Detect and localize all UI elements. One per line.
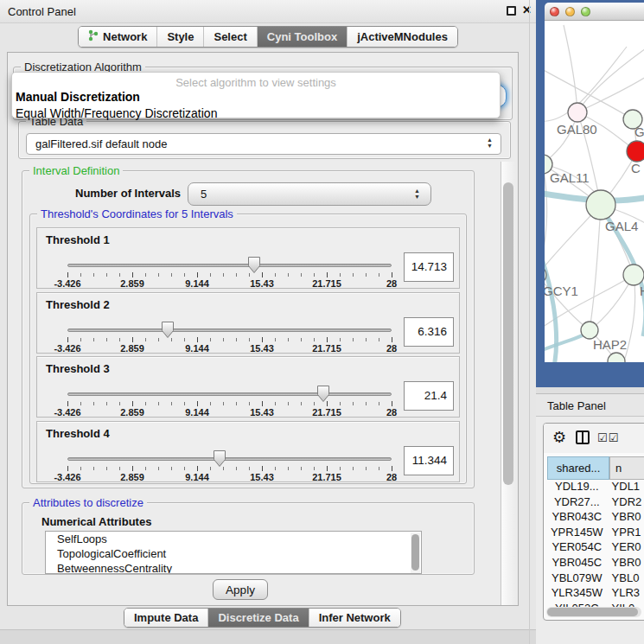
numerical-attributes-list[interactable]: SelfLoopsTopologicalCoefficientBetweenne… [45, 531, 422, 574]
column-header-name[interactable]: n [609, 456, 644, 480]
tab-label: Discretize Data [218, 611, 298, 624]
close-icon[interactable]: ✕ [522, 3, 532, 16]
tab-jactivemnodules[interactable]: jActiveMNodules [348, 27, 457, 47]
table-row[interactable]: YPR145WYPR1 [547, 526, 644, 541]
panel-scrollbar-thumb[interactable] [503, 182, 513, 485]
tab-discretize-data[interactable]: Discretize Data [208, 609, 309, 627]
tick-mark [223, 338, 224, 341]
table-row[interactable]: YBL079WYBL0 [547, 571, 644, 587]
network-edge[interactable] [545, 164, 547, 275]
slider-track[interactable] [67, 264, 392, 267]
table-hscrollbar-thumb[interactable] [547, 608, 638, 616]
slider[interactable]: -3.4262.8599.14415.4321.71528 [67, 450, 392, 482]
tick-mark [67, 401, 68, 406]
table-cell[interactable]: YPR145W [547, 526, 607, 541]
apply-button[interactable]: Apply [213, 579, 268, 600]
tick-mark [301, 467, 302, 470]
minimize-traffic-light-icon[interactable] [565, 7, 575, 16]
table-cell[interactable]: YBL079W [547, 571, 607, 587]
network-node-h[interactable] [623, 265, 644, 285]
attribute-item[interactable]: BetweennessCentrality [46, 561, 421, 574]
tab-style[interactable]: Style [157, 27, 204, 47]
table-cell[interactable]: YDR2 [607, 495, 644, 511]
network-node[interactable] [608, 353, 625, 362]
table-cell[interactable]: YBR045C [547, 556, 607, 571]
number-of-intervals-combobox[interactable]: 5 ▲▼ [188, 182, 431, 206]
algorithm-option-equal-width-frequency-discretization[interactable]: Equal Width/Frequency Discretization [12, 105, 500, 122]
network-view-window[interactable]: GAL80GACGAL11GAL4GCY1HHAP2 [536, 0, 644, 387]
spinner-arrows-icon[interactable]: ▲▼ [487, 137, 493, 149]
table-cell[interactable]: YDL19... [547, 480, 607, 495]
select-columns-checkboxes-icon[interactable]: ☑☑ [597, 431, 619, 444]
table-row[interactable]: YDR27...YDR2 [547, 495, 644, 511]
network-node-hap2[interactable] [581, 322, 598, 339]
spinner-arrows-icon[interactable]: ▲▼ [414, 188, 420, 200]
network-canvas[interactable]: GAL80GACGAL11GAL4GCY1HHAP2 [545, 21, 644, 362]
slider[interactable]: -3.4262.8599.14415.4321.71528 [67, 321, 392, 354]
threshold-row-4: Threshold 4-3.4262.8599.14415.4321.71528… [36, 421, 460, 482]
network-edge[interactable] [577, 47, 644, 112]
slider-thumb[interactable] [213, 450, 226, 471]
panel-scrollbar[interactable] [501, 162, 515, 605]
table-cell[interactable]: YBR043C [547, 510, 607, 526]
table-row[interactable]: YBR043CYBR0 [547, 510, 644, 526]
table-cell[interactable]: YER054C [547, 540, 607, 556]
tab-cyni-toolbox[interactable]: Cyni Toolbox [258, 27, 348, 47]
table-cell[interactable]: YBR0 [607, 556, 644, 571]
table-cell[interactable]: YLR345W [547, 586, 607, 602]
table-row[interactable]: YLR345WYLR3 [547, 586, 644, 602]
tab-infer-network[interactable]: Infer Network [309, 609, 400, 627]
network-node-gal80[interactable] [568, 103, 587, 122]
network-edge[interactable] [564, 25, 577, 112]
tick-mark [366, 273, 367, 277]
table-hscrollbar[interactable] [546, 607, 641, 617]
threshold-value-field[interactable]: 14.713 [404, 252, 454, 282]
network-edge[interactable] [590, 205, 601, 330]
network-node-gal4[interactable] [586, 190, 615, 220]
tab-network[interactable]: Network [79, 27, 157, 47]
table-cell[interactable]: YBR0 [607, 510, 644, 526]
zoom-traffic-light-icon[interactable] [581, 7, 590, 16]
close-traffic-light-icon[interactable] [550, 7, 559, 16]
table-cell[interactable]: YDL1 [607, 480, 644, 495]
slider-track[interactable] [67, 392, 392, 396]
table-cell[interactable]: YLR3 [607, 586, 644, 602]
slider-thumb[interactable] [161, 321, 175, 342]
slider-track[interactable] [67, 457, 392, 461]
table-cell[interactable]: YER0 [607, 540, 644, 556]
table-data-combobox[interactable]: galFiltered.sif default node ▲▼ [26, 133, 501, 155]
threshold-value-field[interactable]: 21.4 [404, 381, 454, 411]
table-cell[interactable]: YPR1 [607, 526, 644, 541]
slider-thumb[interactable] [247, 256, 261, 277]
table-row[interactable]: YER054CYER0 [547, 540, 644, 556]
threshold-value-field[interactable]: 6.316 [404, 317, 454, 347]
algorithm-option-manual-discretization[interactable]: Manual Discretization [12, 89, 500, 105]
panel-divider[interactable] [529, 0, 530, 644]
table-cell[interactable]: YBL0 [607, 571, 644, 587]
node-label: H [640, 284, 644, 298]
float-window-icon[interactable] [507, 6, 516, 16]
network-node-c[interactable] [627, 141, 644, 162]
tick-mark [132, 272, 133, 277]
network-edge-highlighted[interactable] [545, 239, 557, 362]
table-row[interactable]: YBR045CYBR0 [547, 556, 644, 571]
tab-label: Style [167, 30, 194, 43]
slider[interactable]: -3.4262.8599.14415.4321.71528 [67, 256, 392, 289]
attribute-item[interactable]: SelfLoops [46, 532, 421, 546]
slider[interactable]: -3.4262.8599.14415.4321.71528 [67, 385, 392, 418]
tick-mark [340, 402, 341, 405]
list-scrollbar[interactable] [411, 532, 420, 574]
tab-impute-data[interactable]: Impute Data [124, 609, 208, 627]
attribute-item[interactable]: TopologicalCoefficient [46, 546, 421, 561]
tick-mark [93, 338, 94, 341]
table-cell[interactable]: YDR27... [547, 495, 607, 511]
columns-icon[interactable] [576, 430, 590, 444]
tab-select[interactable]: Select [204, 27, 257, 47]
threshold-value-field[interactable]: 11.344 [404, 446, 454, 475]
gear-icon[interactable]: ⚙ [552, 428, 566, 446]
slider-thumb[interactable] [316, 385, 330, 406]
table-row[interactable]: YDL19...YDL1 [547, 480, 644, 495]
list-scrollbar-thumb[interactable] [411, 534, 419, 571]
slider-track[interactable] [67, 328, 392, 332]
column-header-shared-name[interactable]: shared... [547, 456, 609, 480]
